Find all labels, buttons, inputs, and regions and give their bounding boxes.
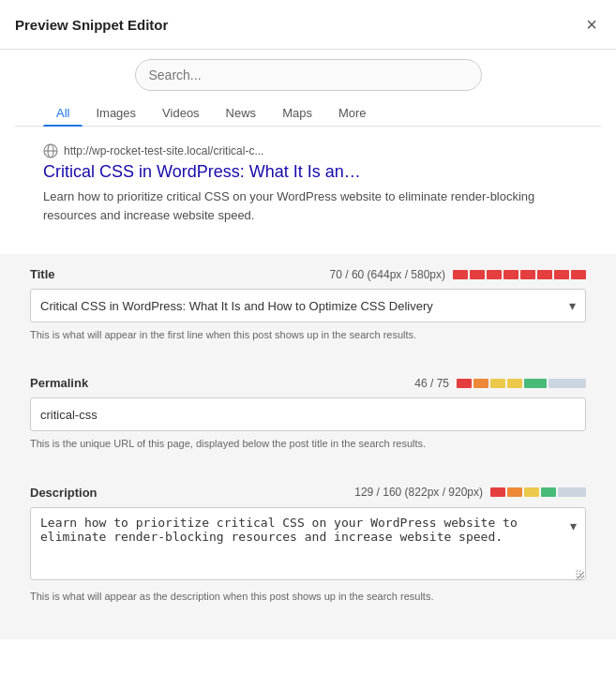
permalink-section: Permalink 46 / 75 This is the unique URL… [15,363,601,460]
perm-seg-3 [490,379,505,388]
perm-seg-2 [473,379,488,388]
editor-sections: Title 70 / 60 (644px / 580px) [0,254,616,639]
title-label: Title [30,267,55,281]
tab-maps[interactable]: Maps [269,100,325,126]
title-seg-3 [487,270,502,279]
modal-header: Preview Snippet Editor × [0,0,616,50]
perm-seg-5 [524,379,547,388]
title-section-header: Title 70 / 60 (644px / 580px) [30,267,586,281]
modal-title: Preview Snippet Editor [15,17,168,33]
permalink-counter: 46 / 75 [414,377,449,390]
desc-seg-1 [490,487,505,497]
title-counter: 70 / 60 (644px / 580px) [330,268,445,281]
title-section: Title 70 / 60 (644px / 580px) [15,254,601,352]
snippet-preview: http://wp-rocket-test-site.local/critica… [15,140,601,239]
title-seg-5 [520,270,535,279]
search-bar [135,59,482,91]
title-dropdown-arrow: ▾ [569,298,576,313]
tab-all[interactable]: All [43,100,83,126]
resize-handle-icon: ⣿ [575,570,582,580]
search-tabs: All Images Videos News Maps More [15,100,601,127]
title-help-text: This is what will appear in the first li… [30,328,586,342]
preview-area: All Images Videos News Maps More http://… [0,50,616,254]
description-help-text: This is what will appear as the descript… [30,590,586,604]
globe-icon [43,143,58,158]
snippet-url: http://wp-rocket-test-site.local/critica… [64,144,263,157]
title-value: Critical CSS in WordPress: What It Is an… [40,299,433,313]
tab-videos[interactable]: Videos [149,100,213,126]
desc-seg-3 [524,487,539,497]
snippet-description: Learn how to prioritize critical CSS on … [43,187,573,224]
perm-seg-1 [457,379,472,388]
description-section: Description 129 / 160 (822px / 920px) ▾ … [15,472,601,613]
description-counter: 129 / 160 (822px / 920px) [354,486,483,499]
title-seg-7 [554,270,569,279]
description-section-header: Description 129 / 160 (822px / 920px) [30,486,586,500]
description-label: Description [30,486,98,500]
permalink-section-header: Permalink 46 / 75 [30,376,586,390]
tab-images[interactable]: Images [83,100,149,126]
tab-more[interactable]: More [325,100,380,126]
title-progress-bar [453,270,586,279]
title-counter-row: 70 / 60 (644px / 580px) [330,268,586,281]
tab-news[interactable]: News [213,100,270,126]
snippet-url-row: http://wp-rocket-test-site.local/critica… [43,143,573,158]
perm-seg-6 [548,379,586,388]
snippet-title[interactable]: Critical CSS in WordPress: What It Is an… [43,162,573,182]
description-dropdown-arrow: ▾ [570,518,577,533]
permalink-counter-row: 46 / 75 [414,377,586,390]
permalink-help-text: This is the unique URL of this page, dis… [30,437,586,451]
modal-container: Preview Snippet Editor × All Images Vide… [0,0,616,689]
description-textarea[interactable] [30,507,586,580]
desc-seg-2 [507,487,522,497]
desc-seg-5 [558,487,586,497]
title-seg-6 [537,270,552,279]
search-bar-wrapper [15,59,601,91]
description-progress-bar [490,487,586,497]
title-seg-8 [571,270,586,279]
title-seg-4 [503,270,518,279]
title-seg-2 [470,270,485,279]
close-button[interactable]: × [582,13,601,36]
permalink-label: Permalink [30,376,88,390]
title-dropdown[interactable]: Critical CSS in WordPress: What It Is an… [30,289,586,322]
perm-seg-4 [507,379,522,388]
title-seg-1 [453,270,468,279]
description-wrapper: ▾ ⣿ [30,507,586,584]
description-counter-row: 129 / 160 (822px / 920px) [354,486,586,499]
search-input[interactable] [149,67,468,82]
desc-seg-4 [541,487,556,497]
permalink-input[interactable] [30,397,586,431]
permalink-progress-bar [457,379,586,388]
